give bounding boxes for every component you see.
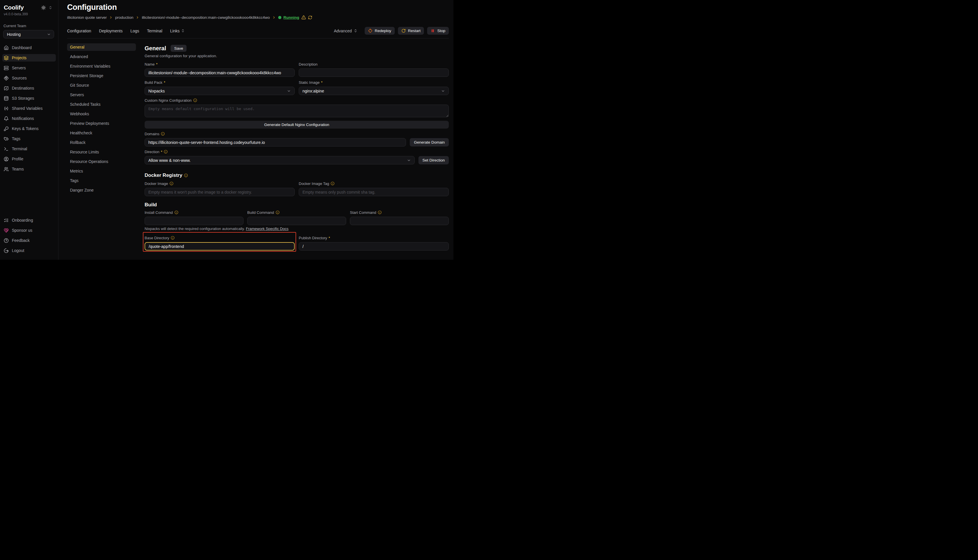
status-badge: Running <box>278 15 312 20</box>
build-command-field: Build Command <box>247 210 346 225</box>
chevron-right-icon <box>272 16 276 19</box>
required-asterisk: * <box>329 236 330 240</box>
subnav-item-metrics[interactable]: Metrics <box>67 167 136 175</box>
info-icon[interactable] <box>161 132 165 136</box>
subnav-item-tags[interactable]: Tags <box>67 177 136 184</box>
info-icon[interactable] <box>174 210 179 214</box>
redeploy-button[interactable]: Redeploy <box>364 27 395 35</box>
sidebar-item-profile[interactable]: Profile <box>2 155 56 163</box>
name-input[interactable] <box>145 68 295 77</box>
tab-deployments[interactable]: Deployments <box>99 28 123 33</box>
start-command-input[interactable] <box>350 217 449 225</box>
info-icon[interactable] <box>276 210 280 214</box>
subnav-item-git-source[interactable]: Git Source <box>67 82 136 89</box>
sidebar-item-destinations[interactable]: Destinations <box>2 84 56 92</box>
breadcrumb-item-illicitestonion-module-decomposition-main-cwwg8ckoookooo4k8kkcc4wo: illicitestonion/-module--decomposition:m… <box>142 15 276 20</box>
sidebar-item-sponsor-us[interactable]: Sponsor us <box>2 227 56 234</box>
sidebar-item-s3-storages[interactable]: S3 Storages <box>2 95 56 102</box>
user-circle-icon <box>4 157 9 162</box>
sidebar-item-shared-variables[interactable]: Shared Variables <box>2 105 56 112</box>
generate-nginx-button[interactable]: Generate Default Nginx Configuration <box>145 121 449 128</box>
tab-configuration[interactable]: Configuration <box>67 28 91 33</box>
static-image-label: Static Image* <box>299 80 449 85</box>
status-running-link[interactable]: Running <box>283 15 299 20</box>
subnav-item-preview-deployments[interactable]: Preview Deployments <box>67 120 136 127</box>
set-direction-button[interactable]: Set Direction <box>418 156 449 164</box>
subnav-item-environment-variables[interactable]: Environment Variables <box>67 62 136 70</box>
subnav-item-webhooks[interactable]: Webhooks <box>67 110 136 118</box>
docker-image-tag-input[interactable] <box>299 188 449 196</box>
framework-docs-link[interactable]: Framework Specific Docs <box>246 227 288 231</box>
build-command-input[interactable] <box>247 217 346 225</box>
subnav-item-general[interactable]: General <box>67 43 136 51</box>
info-icon[interactable] <box>164 150 168 154</box>
publish-directory-field: Publish Directory* <box>299 235 449 250</box>
docker-registry-title: Docker Registry <box>145 173 449 178</box>
sidebar-item-logout[interactable]: Logout <box>2 247 56 254</box>
tab-terminal[interactable]: Terminal <box>147 28 162 33</box>
domains-field: Domains Generate Domain <box>145 132 449 147</box>
info-icon[interactable] <box>378 210 382 214</box>
sidebar-item-feedback[interactable]: Feedback <box>2 237 56 244</box>
subnav-item-healthcheck[interactable]: Healthcheck <box>67 129 136 137</box>
sidebar-item-terminal[interactable]: Terminal <box>2 145 56 153</box>
refresh-icon[interactable] <box>308 15 312 20</box>
sidebar-item-keys-tokens[interactable]: Keys & Tokens <box>2 125 56 132</box>
build-pack-select[interactable]: Nixpacks <box>145 87 295 95</box>
docker-image-tag-label: Docker Image Tag <box>299 181 449 186</box>
brand-row: Coolify <box>0 0 58 11</box>
restart-button[interactable]: Restart <box>398 27 424 35</box>
subnav-item-servers[interactable]: Servers <box>67 91 136 98</box>
sun-icon[interactable] <box>41 5 46 10</box>
build-command-label: Build Command <box>247 210 346 215</box>
sidebar-item-notifications[interactable]: Notifications <box>2 115 56 122</box>
info-icon[interactable] <box>331 182 334 185</box>
static-image-select[interactable]: nginx:alpine <box>299 87 449 95</box>
install-command-input[interactable] <box>145 217 244 225</box>
header-actions: Advanced Redeploy Restart Stop <box>334 27 449 35</box>
subnav-item-resource-limits[interactable]: Resource Limits <box>67 148 136 156</box>
home-icon <box>4 45 9 50</box>
save-button[interactable]: Save <box>171 45 187 52</box>
tab-logs[interactable]: Logs <box>130 28 139 33</box>
subnav-item-resource-operations[interactable]: Resource Operations <box>67 158 136 165</box>
build-pack-label: Build Pack* <box>145 80 295 85</box>
description-input[interactable] <box>299 68 449 77</box>
chevrons-up-down-icon[interactable] <box>48 6 52 10</box>
list-checks-icon <box>4 218 9 223</box>
redeploy-icon <box>368 28 373 33</box>
team-select[interactable]: Hosting <box>3 30 54 38</box>
subnav-item-danger-zone[interactable]: Danger Zone <box>67 187 136 194</box>
chevron-down-icon <box>287 89 291 93</box>
section-title: General <box>145 45 166 52</box>
subnav-item-rollback[interactable]: Rollback <box>67 139 136 146</box>
section-subtitle: General configuration for your applicati… <box>145 54 449 58</box>
subnav-item-scheduled-tasks[interactable]: Scheduled Tasks <box>67 100 136 108</box>
info-icon[interactable] <box>193 98 197 102</box>
description-field: Description <box>299 62 449 77</box>
sidebar-item-sources[interactable]: Sources <box>2 74 56 82</box>
advanced-dropdown[interactable]: Advanced <box>334 28 357 33</box>
sidebar-item-tags[interactable]: Tags <box>2 135 56 142</box>
stop-button[interactable]: Stop <box>427 27 449 35</box>
sidebar-item-onboarding[interactable]: Onboarding <box>2 217 56 224</box>
direction-select[interactable]: Allow www & non-www. <box>145 156 415 164</box>
info-icon[interactable] <box>169 182 174 185</box>
sidebar-item-servers[interactable]: Servers <box>2 64 56 72</box>
info-icon[interactable] <box>171 236 175 240</box>
sidebar-item-projects[interactable]: Projects <box>2 54 56 62</box>
custom-nginx-textarea[interactable] <box>145 105 449 117</box>
base-directory-input[interactable] <box>145 242 295 250</box>
tab-links[interactable]: Links <box>170 28 185 33</box>
subnav-item-advanced[interactable]: Advanced <box>67 53 136 60</box>
subnav-item-persistent-storage[interactable]: Persistent Storage <box>67 72 136 80</box>
publish-directory-input[interactable] <box>299 242 449 250</box>
domains-input[interactable] <box>145 138 406 147</box>
info-icon[interactable] <box>184 173 188 177</box>
sidebar-nav: Dashboard Projects Servers Sources <box>0 44 58 175</box>
docker-image-input[interactable] <box>145 188 295 196</box>
generate-domain-button[interactable]: Generate Domain <box>410 138 449 147</box>
warning-triangle-icon[interactable] <box>301 15 306 20</box>
sidebar-item-dashboard[interactable]: Dashboard <box>2 44 56 52</box>
sidebar-item-teams[interactable]: Teams <box>2 165 56 173</box>
